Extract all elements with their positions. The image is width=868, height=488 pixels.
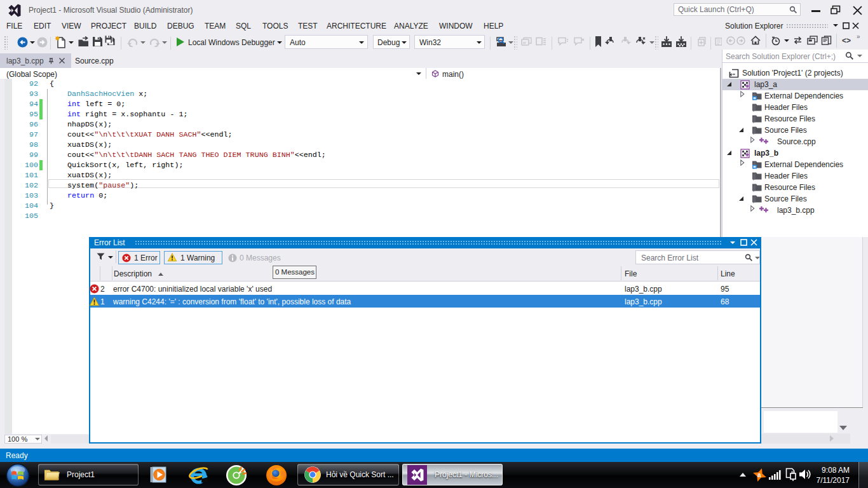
svg-text:a: a bbox=[757, 471, 761, 478]
